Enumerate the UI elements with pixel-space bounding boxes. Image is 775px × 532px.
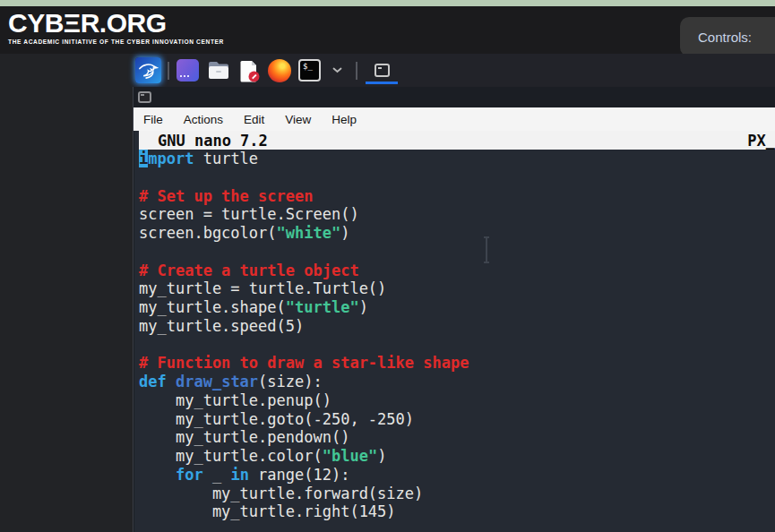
code-token: # Function to draw a star-like shape	[139, 354, 469, 372]
nano-filename-label: PX_	[747, 132, 775, 150]
cyber-org-logo: CYBΞR.ORG THE ACADEMIC INITIATIVE OF THE…	[8, 9, 224, 45]
terminal-content[interactable]: GNU nano 7.2 PX_ import turtle # Set up …	[134, 131, 775, 532]
code-token: draw_star	[176, 373, 258, 390]
logo-text: CYBΞR.ORG	[8, 9, 224, 38]
nano-version-label: GNU nano 7.2	[139, 132, 268, 150]
menu-actions[interactable]: Actions	[184, 113, 223, 126]
code-line: my_turtle.color("blue")	[139, 447, 775, 466]
qterminal-window: File Actions Edit View Help GNU nano 7.2…	[133, 87, 775, 532]
code-token: "turtle"	[286, 298, 359, 316]
chevron-down-icon	[332, 67, 342, 73]
code-token: my_turtle.penup()	[139, 391, 332, 409]
terminal-menubar: File Actions Edit View Help	[133, 107, 775, 131]
code-line: screen = turtle.Screen()	[139, 205, 775, 224]
code-token: my_turtle.pendown()	[139, 428, 349, 446]
code-line: my_turtle.goto(-250, -250)	[139, 410, 775, 429]
firefox-button[interactable]	[267, 57, 291, 83]
kali-dragon-icon	[138, 60, 159, 81]
terminal-tab-icon	[138, 91, 151, 103]
code-line: my_turtle = turtle.Turtle()	[139, 279, 775, 298]
menu-help[interactable]: Help	[332, 113, 357, 126]
code-token: for	[176, 466, 203, 484]
code-token: in	[230, 466, 248, 484]
code-line	[139, 243, 775, 262]
active-window-indicator	[366, 82, 398, 84]
code-token: def	[139, 373, 167, 390]
top-accent-bar	[0, 0, 775, 6]
code-line: import turtle	[139, 150, 775, 168]
code-area[interactable]: import turtle # Set up the screenscreen …	[139, 150, 775, 521]
code-token: my_turtle = turtle.Turtle()	[139, 279, 386, 297]
code-token	[167, 373, 176, 390]
menu-edit[interactable]: Edit	[244, 113, 264, 126]
code-line: def draw_star(size):	[139, 373, 775, 391]
code-line	[139, 336, 775, 355]
controls-button[interactable]: Controls:	[680, 17, 775, 56]
code-token: )	[377, 447, 386, 465]
code-token: _	[203, 466, 231, 484]
code-token: i	[139, 150, 148, 167]
menu-file[interactable]: File	[143, 113, 163, 126]
code-token: my_turtle.shape(	[139, 298, 286, 316]
terminal-icon: $_	[298, 59, 321, 82]
file-manager-button[interactable]	[206, 57, 230, 83]
code-line: for _ in range(12):	[139, 466, 775, 485]
code-line: my_turtle.speed(5)	[139, 317, 775, 336]
remote-desktop-view: $_ File Actions Edit View Help GNU nano …	[133, 54, 775, 532]
code-token: screen = turtle.Screen()	[139, 205, 359, 223]
text-editor-button[interactable]	[237, 57, 261, 83]
code-line: screen.bgcolor("white")	[139, 224, 775, 243]
code-line	[139, 168, 775, 187]
workspaces-icon	[177, 59, 199, 82]
firefox-icon	[268, 59, 291, 82]
code-token	[139, 466, 176, 484]
code-line: my_turtle.pendown()	[139, 428, 775, 447]
code-line: my_turtle.shape("turtle")	[139, 298, 775, 317]
workspaces-button[interactable]	[176, 57, 200, 83]
code-token: )	[340, 224, 349, 242]
terminal-dropdown-button[interactable]	[325, 57, 349, 83]
code-token: my_turtle.forward(size)	[139, 485, 423, 502]
code-line: # Create a turtle object	[139, 262, 775, 280]
site-header: CYBΞR.ORG THE ACADEMIC INITIATIVE OF THE…	[0, 6, 775, 54]
code-line: my_turtle.right(145)	[139, 502, 775, 521]
code-token: "blue"	[323, 447, 377, 465]
code-line: # Function to draw a star-like shape	[139, 354, 775, 373]
code-token: mport	[148, 150, 194, 167]
code-token: range(12):	[249, 466, 350, 484]
code-token: )	[359, 298, 368, 316]
taskbar-window-button-terminal[interactable]	[364, 56, 400, 85]
code-token: (size):	[258, 373, 323, 390]
terminal-launcher-button[interactable]: $_	[297, 57, 322, 83]
code-line: # Set up the screen	[139, 187, 775, 206]
kali-menu-button[interactable]	[135, 57, 161, 83]
code-token: my_turtle.goto(-250, -250)	[139, 410, 414, 428]
menu-view[interactable]: View	[285, 113, 311, 126]
nano-titlebar: GNU nano 7.2 PX_	[139, 131, 775, 150]
code-token: my_turtle.speed(5)	[139, 317, 304, 335]
taskbar-separator	[168, 62, 169, 80]
code-token: # Set up the screen	[139, 187, 313, 205]
code-token: turtle	[194, 150, 258, 167]
code-token: # Create a turtle object	[139, 262, 359, 279]
code-line: my_turtle.penup()	[139, 391, 775, 410]
code-token: my_turtle.right(145)	[139, 502, 396, 520]
logo-tagline: THE ACADEMIC INITIATIVE OF THE CYBER INN…	[8, 39, 224, 45]
code-token: screen.bgcolor(	[139, 224, 277, 242]
mouse-ibeam-cursor	[486, 236, 487, 263]
document-edit-icon	[237, 59, 261, 82]
terminal-window-icon	[375, 64, 390, 77]
terminal-tab-bar[interactable]	[133, 87, 775, 107]
code-token: "white"	[277, 224, 341, 242]
folder-icon	[207, 60, 230, 82]
code-token: my_turtle.color(	[139, 447, 323, 465]
code-line: my_turtle.forward(size)	[139, 485, 775, 503]
taskbar-separator	[356, 62, 357, 80]
taskbar: $_	[133, 54, 775, 87]
